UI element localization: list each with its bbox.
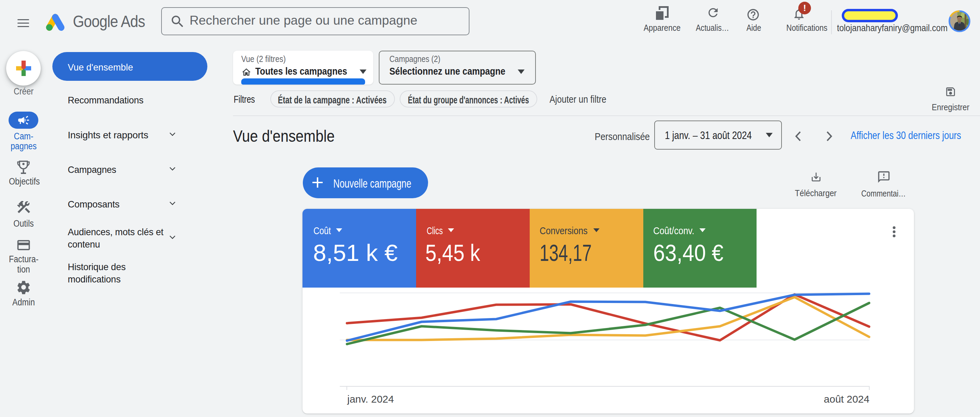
svg-text:janv. 2024: janv. 2024 bbox=[347, 393, 394, 405]
svg-text:août 2024: août 2024 bbox=[824, 393, 869, 405]
